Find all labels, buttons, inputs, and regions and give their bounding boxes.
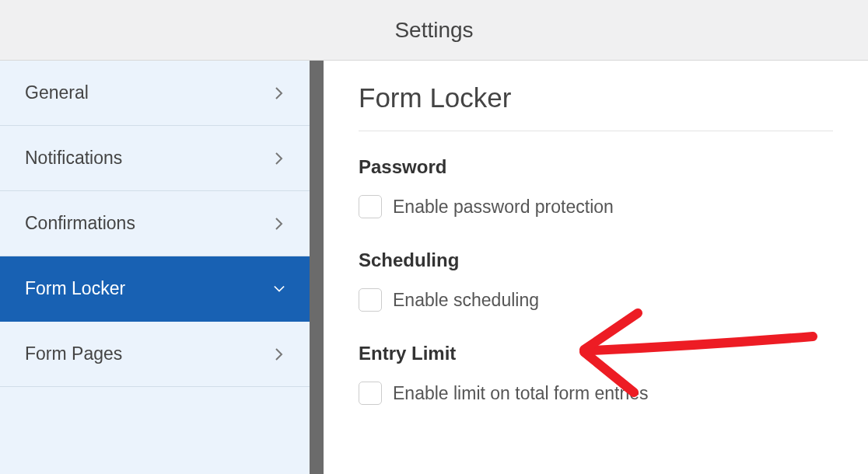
main-container: General Notifications Confirmations Form… bbox=[0, 61, 868, 474]
chevron-right-icon bbox=[274, 349, 285, 360]
entry-limit-checkbox[interactable] bbox=[359, 382, 382, 405]
scheduling-checkbox[interactable] bbox=[359, 288, 382, 312]
chevron-right-icon bbox=[274, 218, 285, 229]
section-header-password: Password bbox=[359, 156, 833, 178]
section-entry-limit: Entry Limit Enable limit on total form e… bbox=[359, 343, 833, 405]
checkbox-row-entry-limit: Enable limit on total form entries bbox=[359, 382, 833, 405]
content-title: Form Locker bbox=[359, 82, 833, 131]
sidebar-item-label: Notifications bbox=[25, 148, 122, 169]
section-scheduling: Scheduling Enable scheduling bbox=[359, 249, 833, 312]
password-protection-checkbox[interactable] bbox=[359, 195, 382, 218]
page-header: Settings bbox=[0, 0, 868, 61]
section-password: Password Enable password protection bbox=[359, 156, 833, 218]
checkbox-label: Enable password protection bbox=[393, 197, 614, 218]
sidebar-item-label: Form Locker bbox=[25, 278, 125, 299]
checkbox-label: Enable limit on total form entries bbox=[393, 383, 649, 404]
sidebar-item-form-pages[interactable]: Form Pages bbox=[0, 322, 310, 387]
section-header-entry-limit: Entry Limit bbox=[359, 343, 833, 364]
checkbox-row-scheduling: Enable scheduling bbox=[359, 288, 833, 312]
chevron-down-icon bbox=[274, 284, 285, 295]
page-title: Settings bbox=[394, 18, 473, 43]
sidebar-item-general[interactable]: General bbox=[0, 61, 310, 126]
settings-sidebar: General Notifications Confirmations Form… bbox=[0, 61, 310, 474]
checkbox-label: Enable scheduling bbox=[393, 290, 539, 311]
settings-content: Form Locker Password Enable password pro… bbox=[324, 61, 868, 474]
chevron-right-icon bbox=[274, 88, 285, 99]
vertical-divider bbox=[310, 61, 324, 474]
sidebar-item-label: General bbox=[25, 82, 89, 103]
sidebar-item-label: Confirmations bbox=[25, 213, 135, 234]
checkbox-row-password: Enable password protection bbox=[359, 195, 833, 218]
sidebar-item-notifications[interactable]: Notifications bbox=[0, 126, 310, 191]
chevron-right-icon bbox=[274, 153, 285, 164]
sidebar-item-label: Form Pages bbox=[25, 343, 122, 364]
sidebar-item-confirmations[interactable]: Confirmations bbox=[0, 191, 310, 256]
sidebar-item-form-locker[interactable]: Form Locker bbox=[0, 256, 310, 322]
section-header-scheduling: Scheduling bbox=[359, 249, 833, 271]
